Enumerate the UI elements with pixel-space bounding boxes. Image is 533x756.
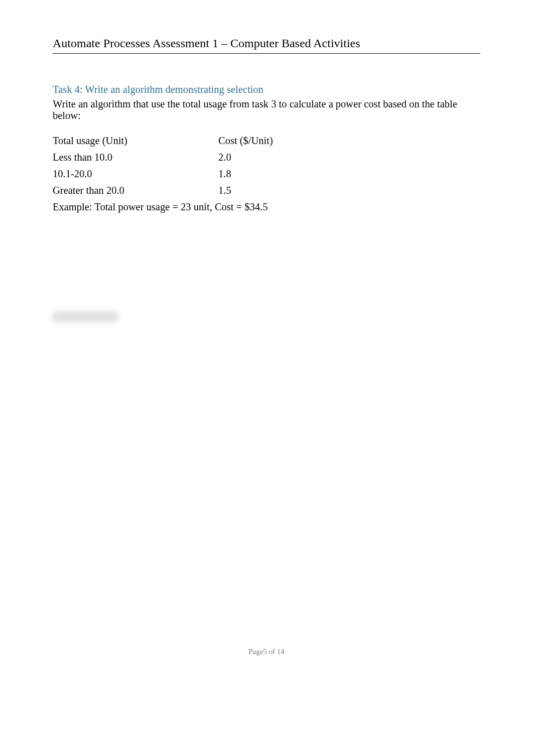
footer-page-label: Page: [248, 648, 263, 656]
cost-table: Total usage (Unit) Cost ($/Unit) Less th…: [53, 133, 273, 199]
table-cell-usage: Less than 10.0: [53, 149, 218, 166]
task-heading: Task 4: Write an algorithm demonstrating…: [53, 84, 480, 95]
table-header-cost: Cost ($/Unit): [218, 133, 273, 149]
table-row: Less than 10.0 2.0: [53, 149, 273, 166]
table-cell-cost: 2.0: [218, 149, 273, 166]
table-header-row: Total usage (Unit) Cost ($/Unit): [53, 133, 273, 149]
footer-page-total: 14: [277, 648, 285, 656]
table-cell-cost: 1.5: [218, 182, 273, 199]
table-cell-cost: 1.8: [218, 166, 273, 182]
document-page: Automate Processes Assessment 1 – Comput…: [0, 0, 533, 756]
table-header-usage: Total usage (Unit): [53, 133, 218, 149]
header-divider: [53, 53, 480, 54]
table-cell-usage: Greater than 20.0: [53, 182, 218, 199]
page-footer: Page5 of 14: [0, 648, 533, 656]
example-text: Example: Total power usage = 23 unit, Co…: [53, 201, 480, 213]
table-cell-usage: 10.1-20.0: [53, 166, 218, 182]
footer-page-sep: of: [269, 648, 276, 656]
footer-page-current: 5: [263, 648, 267, 656]
table-row: 10.1-20.0 1.8: [53, 166, 273, 182]
task-description: Write an algorithm that use the total us…: [53, 98, 480, 121]
table-row: Greater than 20.0 1.5: [53, 182, 273, 199]
blurred-region: [53, 311, 118, 322]
page-header-title: Automate Processes Assessment 1 – Comput…: [53, 37, 480, 50]
